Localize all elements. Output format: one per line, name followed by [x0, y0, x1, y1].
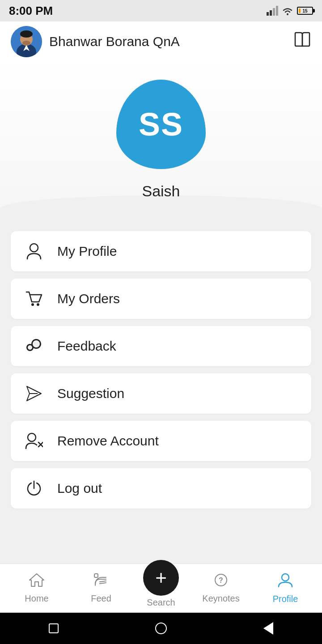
profile-nav-label: Profile [273, 594, 298, 604]
keynotes-icon: ? [213, 573, 229, 591]
svg-point-9 [20, 30, 33, 38]
feed-icon [93, 573, 109, 591]
svg-rect-1 [270, 10, 272, 16]
svg-rect-0 [267, 12, 269, 16]
profile-name: Saish [142, 182, 180, 200]
profile-avatar: SS [116, 80, 206, 169]
menu-item-feedback[interactable]: Feedback [11, 326, 311, 366]
svg-point-21 [28, 433, 36, 441]
send-icon [24, 386, 44, 402]
menu-item-logout[interactable]: Log out [11, 468, 311, 508]
wifi-icon [282, 6, 293, 16]
header-left: Bhanwar Borana QnA [11, 26, 180, 57]
menu-item-remove-account[interactable]: Remove Account [11, 421, 311, 461]
square-icon [49, 623, 59, 633]
svg-rect-2 [273, 8, 275, 16]
channel-name: Bhanwar Borana QnA [49, 34, 180, 49]
nav-item-home[interactable]: Home [14, 573, 59, 604]
android-back-btn[interactable] [259, 619, 277, 637]
channel-avatar[interactable] [11, 26, 42, 57]
svg-rect-3 [276, 6, 278, 16]
home-icon [29, 573, 44, 591]
status-icons: 15 [267, 6, 313, 16]
bottom-nav: Home Feed + Search ? Keynotes [0, 564, 322, 613]
svg-point-14 [37, 303, 39, 306]
power-icon [24, 480, 44, 496]
android-recent-btn[interactable] [45, 619, 63, 637]
search-add-button[interactable]: + [143, 560, 179, 596]
logout-label: Log out [57, 481, 102, 496]
feed-nav-label: Feed [91, 593, 111, 604]
svg-point-13 [31, 303, 34, 306]
person-icon [24, 243, 44, 260]
svg-point-10 [22, 41, 30, 45]
svg-marker-25 [30, 574, 44, 586]
menu-section: My Profile My Orders Feedback [0, 222, 322, 517]
status-bar: 8:00 PM 15 [0, 0, 322, 21]
battery-icon: 15 [297, 7, 313, 15]
circle-icon [155, 623, 167, 634]
svg-rect-26 [94, 574, 98, 577]
svg-point-4 [287, 13, 288, 15]
suggestion-label: Suggestion [57, 386, 124, 401]
android-home-btn[interactable] [152, 619, 170, 637]
status-time: 8:00 PM [9, 4, 53, 18]
hero-section: SS Saish [0, 62, 322, 222]
keynotes-nav-label: Keynotes [202, 593, 239, 604]
bubbles-icon [24, 339, 44, 354]
remove-account-label: Remove Account [57, 433, 159, 449]
home-nav-label: Home [25, 593, 48, 604]
nav-item-keynotes[interactable]: ? Keynotes [199, 573, 243, 604]
signal-icon [267, 6, 278, 16]
profile-nav-icon [278, 572, 293, 591]
menu-item-suggestion[interactable]: Suggestion [11, 373, 311, 414]
plus-icon: + [155, 568, 167, 588]
svg-text:?: ? [219, 576, 223, 584]
android-nav-bar [0, 613, 322, 644]
book-icon[interactable] [293, 32, 311, 52]
svg-point-29 [282, 574, 289, 581]
triangle-icon [263, 622, 273, 635]
svg-point-17 [28, 345, 32, 350]
cart-icon [24, 290, 44, 307]
menu-item-my-profile[interactable]: My Profile [11, 231, 311, 271]
feedback-label: Feedback [57, 339, 116, 354]
profile-initials: SS [139, 106, 183, 143]
nav-item-feed[interactable]: Feed [79, 573, 123, 604]
my-profile-label: My Profile [57, 244, 117, 259]
nav-item-profile[interactable]: Profile [263, 572, 308, 604]
battery-level: 15 [302, 8, 307, 13]
menu-item-my-orders[interactable]: My Orders [11, 279, 311, 319]
my-orders-label: My Orders [57, 291, 120, 306]
person-x-icon [24, 432, 44, 449]
header: Bhanwar Borana QnA [0, 21, 322, 62]
svg-point-12 [30, 244, 38, 252]
search-nav-label: Search [147, 597, 175, 608]
svg-point-18 [33, 340, 40, 347]
nav-item-search[interactable]: + Search [143, 569, 179, 608]
